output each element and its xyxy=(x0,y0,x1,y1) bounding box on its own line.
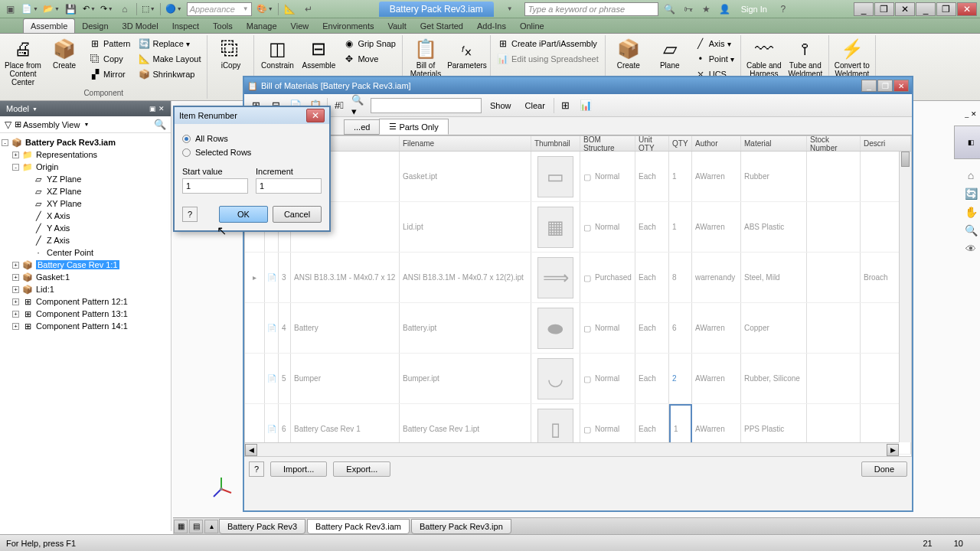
cable-button[interactable]: 〰Cable and Harness xyxy=(746,37,782,78)
bom-min-icon[interactable]: _ xyxy=(861,80,877,92)
tree-item[interactable]: +📦Gasket:1 xyxy=(2,271,169,283)
convert-weld-button[interactable]: ⚡Convert to Weldment xyxy=(834,37,871,78)
tab-addins[interactable]: Add-Ins xyxy=(470,19,513,33)
tree-item[interactable]: ╱Y Axis xyxy=(2,222,169,234)
radio-selected-rows[interactable]: Selected Rows xyxy=(182,145,322,159)
search-tree-icon[interactable]: 🔍 xyxy=(154,119,166,130)
new-dropdown[interactable]: 📄▼ xyxy=(21,4,38,14)
bom-import-button[interactable]: Import... xyxy=(270,461,327,477)
pan-icon[interactable]: ✋ xyxy=(962,204,979,220)
app-menu-icon[interactable]: ▣ xyxy=(3,2,17,16)
bom-close-icon[interactable]: ✕ xyxy=(893,80,909,92)
mirror-button[interactable]: ▞Mirror xyxy=(87,67,132,81)
bom-row[interactable]: 📄5BumperBumper.ipt◡▢NormalEach2AWarrenRu… xyxy=(245,354,911,404)
bom-titlebar[interactable]: 📋 Bill of Materials [Battery Pack Rev3.i… xyxy=(244,77,912,94)
nav-close-icon[interactable]: _ ✕ xyxy=(965,110,977,118)
child-close-icon[interactable]: ✕ xyxy=(895,2,915,16)
col-structure[interactable]: BOM Structure xyxy=(580,136,635,151)
bom-tab-parts-only[interactable]: ☰Parts Only xyxy=(379,119,448,135)
signin-link[interactable]: Sign In xyxy=(737,5,772,14)
tube-button[interactable]: ⫯Tube and Weldment xyxy=(787,37,824,78)
bom-max-icon[interactable]: ❐ xyxy=(877,80,893,92)
tabs-scroll-icon[interactable]: ▴ xyxy=(204,520,218,533)
create-ipart-button[interactable]: ⊞Create iPart/iAssembly xyxy=(495,37,600,51)
color-dropdown[interactable]: 🎨▼ xyxy=(256,4,273,14)
bom-export-button[interactable]: Export... xyxy=(333,461,390,477)
edit-spreadsheet-button[interactable]: 📊Edit using Spreadsheet xyxy=(495,52,600,66)
col-filename[interactable]: Filename xyxy=(400,136,531,151)
tab-vault[interactable]: Vault xyxy=(381,19,413,33)
measure-icon[interactable]: 📐 xyxy=(283,2,297,16)
bom-row[interactable]: ▸📄3ANSI B18.3.1M - M4x0.7 x 12ANSI B18.3… xyxy=(245,253,911,303)
dialog-titlebar[interactable]: Item Renumber ✕ xyxy=(175,107,329,124)
user-icon[interactable]: 👤 xyxy=(718,2,732,16)
constrain-button[interactable]: ◫Constrain xyxy=(259,37,296,70)
bom-renumber-icon[interactable]: #⃣ xyxy=(331,97,348,114)
tree-item[interactable]: +⊞Component Pattern 14:1 xyxy=(2,320,169,332)
tab-design[interactable]: Design xyxy=(75,19,115,33)
tab-manage[interactable]: Manage xyxy=(240,19,284,33)
app-close-icon[interactable]: ✕ xyxy=(957,2,977,16)
view-cube[interactable]: ◧ xyxy=(954,126,980,159)
tree-item[interactable]: +⊞Component Pattern 12:1 xyxy=(2,295,169,308)
viewmode-2[interactable]: ▤ xyxy=(189,520,203,533)
pattern-button[interactable]: ⊞Pattern xyxy=(87,37,132,51)
select-dropdown[interactable]: ⬚▼ xyxy=(142,4,155,14)
tree-item[interactable]: ▱XZ Plane xyxy=(2,185,169,197)
bom-tb-6[interactable]: 🔍▾ xyxy=(351,97,368,114)
help-search-input[interactable]: Type a keyword or phrase xyxy=(524,2,658,16)
tab-tools[interactable]: Tools xyxy=(206,19,240,33)
key-icon[interactable]: 🗝 xyxy=(681,2,695,16)
plane-button[interactable]: ▱Plane xyxy=(652,37,688,70)
create-button[interactable]: 📦Create xyxy=(46,37,83,70)
doc-tab-1[interactable]: Battery Pack Rev3.iam xyxy=(307,519,410,534)
bom-tb-8[interactable]: 📊 xyxy=(577,97,594,114)
app-max-icon[interactable]: ❐ xyxy=(936,2,956,16)
tree-root[interactable]: -📦Battery Pack Rev3.iam xyxy=(2,136,169,148)
bom-clear-button[interactable]: Clear xyxy=(520,99,550,112)
tab-view[interactable]: View xyxy=(284,19,316,33)
look-icon[interactable]: 👁 xyxy=(962,240,979,257)
create-sub-button[interactable]: 📦Create xyxy=(610,37,647,70)
bom-row[interactable]: 📄Gasket.ipt▭▢NormalEach1AWarrenRubber xyxy=(245,152,911,202)
star-icon[interactable]: ★ xyxy=(700,2,714,16)
doc-tab-0[interactable]: Battery Pack Rev3 xyxy=(219,519,305,534)
dialog-help-icon[interactable]: ? xyxy=(182,207,198,222)
parameters-button[interactable]: fₓParameters xyxy=(449,37,485,70)
title-dropdown-icon[interactable]: ▼ xyxy=(503,2,517,16)
redo-dropdown[interactable]: ↷▼ xyxy=(100,4,113,14)
move-button[interactable]: ✥Move xyxy=(341,52,397,66)
search-icon[interactable]: 🔍 xyxy=(663,2,677,16)
col-desc[interactable]: Descri xyxy=(861,136,911,151)
bom-filter-combo[interactable] xyxy=(371,98,482,113)
replace-button[interactable]: 🔄Replace ▾ xyxy=(136,37,202,51)
axis-button[interactable]: ╱Axis ▾ xyxy=(693,37,736,51)
tree-item[interactable]: ▱YZ Plane xyxy=(2,173,169,185)
tab-getstarted[interactable]: Get Started xyxy=(413,19,470,33)
open-dropdown[interactable]: 📂▼ xyxy=(43,4,60,14)
assembly-view-dropdown[interactable]: ⊞Assembly View▼ xyxy=(15,119,89,129)
undo-dropdown[interactable]: ↶▼ xyxy=(83,4,96,14)
tab-inspect[interactable]: Inspect xyxy=(165,19,206,33)
cancel-button[interactable]: Cancel xyxy=(273,206,322,223)
tab-environments[interactable]: Environments xyxy=(315,19,381,33)
shrinkwrap-button[interactable]: 📦Shrinkwrap xyxy=(136,67,202,81)
make-layout-button[interactable]: 📐Make Layout xyxy=(136,52,202,66)
col-unit[interactable]: Unit QTY xyxy=(635,136,669,151)
tree-item[interactable]: +📦Battery Case Rev 1:1 xyxy=(2,259,169,271)
appearance-combo[interactable]: Appearance▼ xyxy=(187,2,252,16)
child-min-icon[interactable]: _ xyxy=(854,2,874,16)
bom-vscroll[interactable] xyxy=(899,152,911,442)
point-button[interactable]: •Point ▾ xyxy=(693,52,736,66)
place-button[interactable]: 🖨Place from Content Center xyxy=(5,37,41,86)
radio-all-rows[interactable]: All Rows xyxy=(182,132,322,145)
tree-item[interactable]: +⊞Component Pattern 13:1 xyxy=(2,308,169,320)
col-material[interactable]: Material xyxy=(741,136,807,151)
copy-button[interactable]: ⿻Copy xyxy=(87,52,132,66)
bom-tb-7[interactable]: ⊞ xyxy=(557,97,574,114)
tab-3dmodel[interactable]: 3D Model xyxy=(116,19,165,33)
zoom-icon[interactable]: 🔍 xyxy=(962,222,979,239)
home-view-icon[interactable]: ⌂ xyxy=(962,167,979,184)
tree-item[interactable]: ╱X Axis xyxy=(2,210,169,222)
help-icon[interactable]: ? xyxy=(776,2,790,16)
